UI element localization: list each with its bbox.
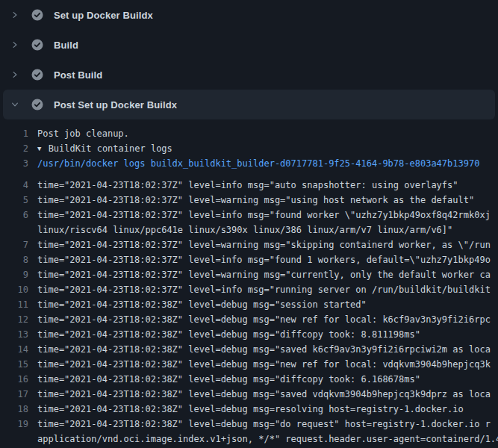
triangle-down-icon: ▼	[37, 141, 41, 156]
step-label: Post Set up Docker Buildx	[54, 99, 177, 111]
log-line-text: time="2021-04-23T18:02:38Z" level=debug …	[37, 297, 367, 305]
log-line-number[interactable]: 16	[0, 372, 37, 380]
log-line-number[interactable]: 18	[0, 402, 37, 410]
step-label: Set up Docker Buildx	[54, 10, 153, 21]
log-line-number[interactable]: 10	[0, 282, 37, 290]
log-line-number[interactable]: 6	[0, 208, 37, 216]
chevron-right-icon	[3, 40, 22, 49]
chevron-down-icon	[3, 100, 22, 109]
log-line-text: time="2021-04-23T18:02:38Z" level=debug …	[37, 312, 491, 320]
log-line-number[interactable]: 8	[0, 252, 37, 261]
log-line-number[interactable]: 19	[0, 417, 37, 425]
log-line-text: time="2021-04-23T18:02:37Z" level=info m…	[37, 208, 491, 216]
log-line-text: time="2021-04-23T18:02:38Z" level=debug …	[37, 327, 420, 335]
step-header-set-up-docker-buildx[interactable]: Set up Docker Buildx	[3, 0, 495, 30]
log-line-number[interactable]: 5	[0, 193, 37, 201]
log-line-text: application/vnd.oci.image.index.v1+json,…	[37, 432, 498, 440]
log-line-number	[0, 223, 37, 231]
chevron-right-icon	[3, 70, 22, 79]
log-line-number[interactable]: 7	[0, 237, 37, 246]
log-line-text: time="2021-04-23T18:02:38Z" level=debug …	[37, 402, 464, 410]
log-line-text: Post job cleanup.	[37, 126, 129, 141]
log-line-number[interactable]: 11	[0, 297, 37, 305]
log-line-number[interactable]: 15	[0, 357, 37, 365]
log-line-text: linux/riscv64 linux/ppc641e linux/s390x …	[37, 223, 452, 231]
step-label: Post Build	[54, 69, 102, 81]
check-circle-icon	[31, 39, 43, 51]
check-circle-icon	[31, 9, 43, 21]
log-group-toggle[interactable]: ▼ BuildKit container logs	[37, 141, 172, 156]
log-container: 1Post job cleanup.2▼ BuildKit container …	[0, 119, 498, 448]
steps-list: Set up Docker BuildxBuildPost BuildPost …	[0, 0, 498, 119]
log-line-number[interactable]: 12	[0, 312, 37, 320]
log-line-number[interactable]: 2	[0, 141, 37, 156]
check-circle-icon	[31, 99, 43, 111]
log-line-text: time="2021-04-23T18:02:38Z" level=debug …	[37, 387, 491, 395]
log-line-text: time="2021-04-23T18:02:37Z" level=info m…	[37, 282, 491, 290]
log-line-number[interactable]: 14	[0, 342, 37, 350]
chevron-right-icon	[3, 10, 22, 19]
log-line: 4time="2021-04-23T18:02:37Z" level=info …	[0, 171, 498, 186]
log-line: 2▼ BuildKit container logs	[0, 141, 498, 156]
log-line: 1Post job cleanup.	[0, 126, 498, 141]
log-line-text: time="2021-04-23T18:02:38Z" level=debug …	[37, 357, 491, 365]
log-line-number[interactable]: 13	[0, 327, 37, 335]
log-line-number[interactable]: 9	[0, 267, 37, 276]
step-header-post-set-up-docker-buildx[interactable]: Post Set up Docker Buildx	[3, 90, 495, 119]
log-line-text: time="2021-04-23T18:02:38Z" level=debug …	[37, 417, 491, 425]
log-line-number	[0, 432, 37, 440]
log-line-text: time="2021-04-23T18:02:37Z" level=warnin…	[37, 267, 491, 276]
log-line-number[interactable]: 1	[0, 126, 37, 141]
log-line-text: time="2021-04-23T18:02:37Z" level=info m…	[37, 178, 458, 186]
log-line-text: time="2021-04-23T18:02:38Z" level=debug …	[37, 372, 420, 380]
step-header-build[interactable]: Build	[3, 30, 495, 60]
log-line-number[interactable]: 17	[0, 387, 37, 395]
log-line-text: time="2021-04-23T18:02:37Z" level=warnin…	[37, 237, 491, 246]
step-label: Build	[54, 40, 78, 51]
step-header-post-build[interactable]: Post Build	[3, 60, 495, 90]
log-line-number[interactable]: 4	[0, 178, 37, 186]
log-line-text: time="2021-04-23T18:02:37Z" level=warnin…	[37, 193, 474, 201]
check-circle-icon	[31, 69, 43, 81]
log-line-text: time="2021-04-23T18:02:38Z" level=debug …	[37, 342, 491, 350]
log-command-text: /usr/bin/docker logs buildx_buildkit_bui…	[37, 156, 479, 171]
log-line: 3/usr/bin/docker logs buildx_buildkit_bu…	[0, 156, 498, 171]
log-line-text: time="2021-04-23T18:02:37Z" level=info m…	[37, 252, 491, 261]
log-line-number[interactable]: 3	[0, 156, 37, 171]
